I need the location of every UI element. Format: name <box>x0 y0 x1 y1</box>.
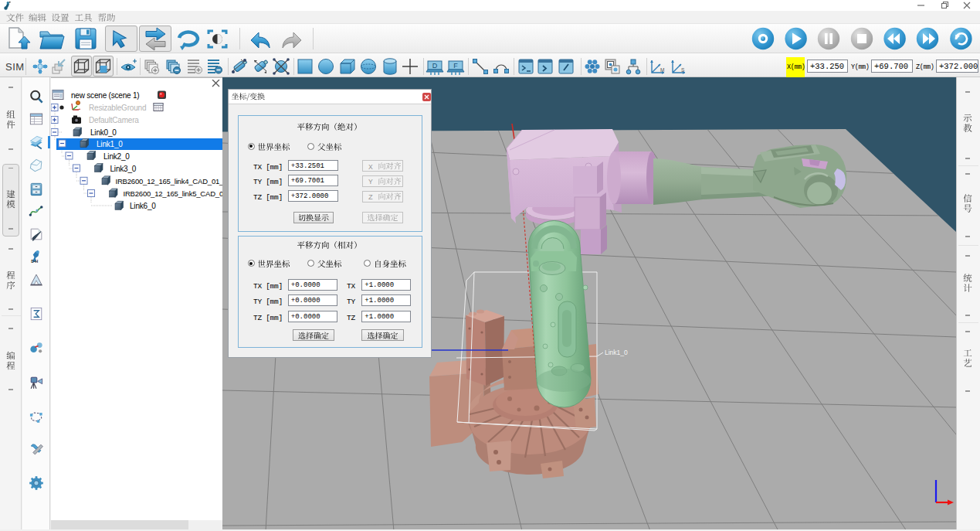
svg-text:D: D <box>432 62 438 70</box>
svg-text:M: M <box>660 67 664 73</box>
svg-text:Link1_0: Link1_0 <box>605 349 628 356</box>
svg-text:S: S <box>681 67 685 73</box>
svg-text:D-H: D-H <box>31 259 38 264</box>
svg-text:F: F <box>453 62 458 70</box>
